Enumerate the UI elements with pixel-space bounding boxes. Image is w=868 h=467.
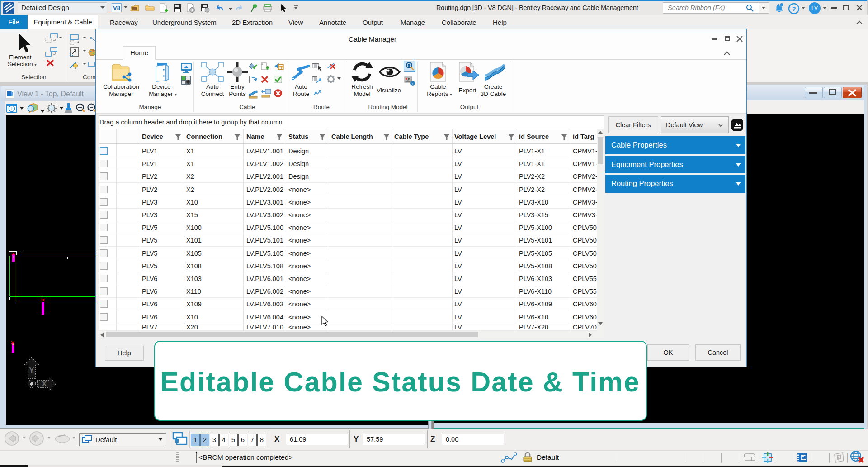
- svg-text:?: ?: [792, 5, 796, 13]
- svg-text:X: X: [42, 380, 47, 388]
- svg-text:i: i: [11, 107, 12, 111]
- svg-text:i: i: [412, 81, 413, 86]
- svg-text:Y: Y: [29, 366, 34, 375]
